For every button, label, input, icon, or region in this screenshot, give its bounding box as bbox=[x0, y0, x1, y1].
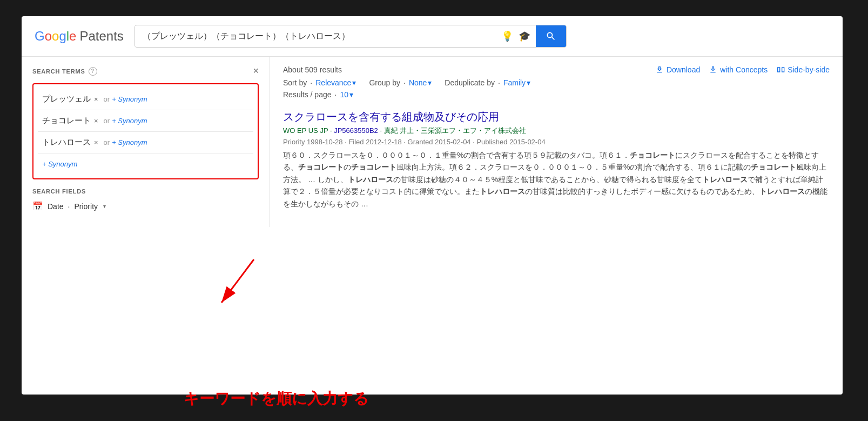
result-title[interactable]: スクラロースを含有する組成物及びその応用 bbox=[283, 110, 830, 124]
content: SEARCH TERMS ? × プレッツェル × or + Synonym チ… bbox=[22, 57, 843, 227]
terms-box: プレッツェル × or + Synonym チョコレート × or + Syno… bbox=[32, 83, 259, 179]
snippet-bold-6: トレハロース bbox=[702, 175, 748, 184]
snippet-bold-2: チョコレート bbox=[298, 163, 344, 171]
term-x-1[interactable]: × bbox=[94, 95, 98, 103]
result-snippet: 項６０．スクラロースを０．０００１～０．１重量%の割合で含有する項５９記載のタバ… bbox=[283, 149, 830, 210]
svg-line-1 bbox=[221, 259, 254, 303]
results-area: About 509 results Download with Concepts bbox=[270, 57, 843, 227]
dedup-label: Deduplicate by bbox=[445, 78, 495, 87]
term-or-3: or bbox=[104, 138, 110, 146]
search-fields-section: SEARCH FIELDS 📅 Date · Priority ▾ bbox=[32, 188, 259, 211]
term-x-3[interactable]: × bbox=[94, 138, 98, 146]
search-input[interactable] bbox=[135, 26, 496, 46]
search-icons: 💡 🎓 bbox=[496, 30, 536, 42]
sidebar: SEARCH TERMS ? × プレッツェル × or + Synonym チ… bbox=[22, 57, 270, 227]
annotation-text: キーワードを順に入力する bbox=[184, 390, 369, 407]
snippet-bold-3: チョコレート bbox=[351, 163, 396, 171]
search-bar: 💡 🎓 bbox=[134, 25, 567, 48]
add-synonym[interactable]: + Synonym bbox=[42, 160, 77, 168]
results-page-value[interactable]: 10 ▾ bbox=[340, 90, 353, 99]
sort-dropdown-arrow: ▾ bbox=[352, 78, 356, 87]
side-by-side-btn[interactable]: Side-by-side bbox=[776, 65, 830, 74]
logo-patents: Patents bbox=[79, 29, 123, 44]
search-button[interactable] bbox=[536, 25, 566, 47]
group-by-label: Group by bbox=[369, 78, 400, 87]
result-meta-prefixes: WO EP US JP · bbox=[283, 126, 332, 135]
term-synonym-2[interactable]: + Synonym bbox=[112, 117, 147, 125]
logo-google: Google bbox=[35, 29, 76, 44]
term-text-2: チョコレート bbox=[42, 116, 91, 126]
results-count: About 509 results bbox=[283, 65, 342, 74]
group-by-value[interactable]: None ▾ bbox=[409, 78, 432, 87]
term-row-2: チョコレート × or + Synonym bbox=[38, 110, 253, 132]
date-label: Date bbox=[48, 202, 64, 211]
term-synonym-3[interactable]: + Synonym bbox=[112, 138, 147, 146]
dedup-dropdown-arrow: ▾ bbox=[527, 78, 530, 87]
download-btn[interactable]: Download bbox=[655, 65, 700, 74]
terms-label: SEARCH TERMS bbox=[32, 68, 85, 75]
term-add-row: + Synonym bbox=[38, 153, 253, 174]
snippet-bold-7: トレハロース bbox=[480, 187, 525, 196]
term-row-1: プレッツェル × or + Synonym bbox=[38, 89, 253, 110]
snippet-bold-1: チョコレート bbox=[630, 151, 675, 159]
red-arrow-svg bbox=[211, 254, 275, 319]
page-dropdown-arrow: ▾ bbox=[349, 90, 353, 99]
patent-link[interactable]: JP5663550B2 bbox=[334, 126, 378, 135]
hat-icon[interactable]: 🎓 bbox=[519, 30, 530, 42]
term-x-2[interactable]: × bbox=[94, 117, 98, 125]
close-icon[interactable]: × bbox=[253, 65, 259, 77]
sort-by-value[interactable]: Relevance ▾ bbox=[315, 78, 356, 87]
snippet-bold-4: チョコレート bbox=[751, 163, 796, 171]
result-authors: · 真紀 井上・三栄源エフ・エフ・アイ株式会社 bbox=[380, 126, 526, 135]
results-page-label: Results / page bbox=[283, 90, 332, 99]
term-text-3: トレハロース bbox=[42, 137, 91, 148]
with-concepts-btn[interactable]: with Concepts bbox=[709, 65, 768, 74]
result-dates: Priority 1998-10-28 · Filed 2012-12-18 ·… bbox=[283, 138, 830, 146]
term-or-1: or bbox=[104, 95, 110, 103]
term-synonym-1[interactable]: + Synonym bbox=[112, 95, 147, 103]
help-icon[interactable]: ? bbox=[89, 67, 97, 76]
term-row-3: トレハロース × or + Synonym bbox=[38, 132, 253, 153]
annotation-area: キーワードを順に入力する bbox=[184, 389, 369, 409]
search-fields-title: SEARCH FIELDS bbox=[32, 188, 259, 195]
sort-by-label: Sort by bbox=[283, 78, 307, 87]
group-dropdown-arrow: ▾ bbox=[428, 78, 432, 87]
result-meta: WO EP US JP · JP5663550B2 · 真紀 井上・三栄源エフ・… bbox=[283, 126, 830, 136]
term-or-2: or bbox=[104, 117, 110, 125]
calendar-icon: 📅 bbox=[32, 201, 43, 211]
logo: Google Patents bbox=[35, 29, 124, 44]
date-priority: Priority bbox=[74, 202, 98, 211]
result-item: スクラロースを含有する組成物及びその応用 WO EP US JP · JP566… bbox=[283, 110, 830, 210]
term-text-1: プレッツェル bbox=[42, 94, 91, 104]
search-terms-header: SEARCH TERMS ? × bbox=[32, 65, 259, 77]
filter-bar: Sort by · Relevance ▾ Group by · None ▾ … bbox=[283, 78, 830, 87]
bulb-icon[interactable]: 💡 bbox=[501, 30, 513, 42]
results-page-bar: Results / page · 10 ▾ bbox=[283, 90, 830, 99]
dropdown-arrow-date: ▾ bbox=[103, 203, 106, 209]
dedup-value[interactable]: Family ▾ bbox=[503, 78, 530, 87]
search-terms-title: SEARCH TERMS ? bbox=[32, 67, 97, 76]
results-toolbar: About 509 results Download with Concepts bbox=[283, 65, 830, 74]
header: Google Patents 💡 🎓 bbox=[22, 16, 843, 57]
snippet-bold-5: トレハロース bbox=[348, 175, 393, 184]
snippet-bold-8: トレハロース bbox=[759, 187, 805, 196]
date-dot: · bbox=[68, 202, 70, 211]
date-field[interactable]: 📅 Date · Priority ▾ bbox=[32, 201, 259, 211]
